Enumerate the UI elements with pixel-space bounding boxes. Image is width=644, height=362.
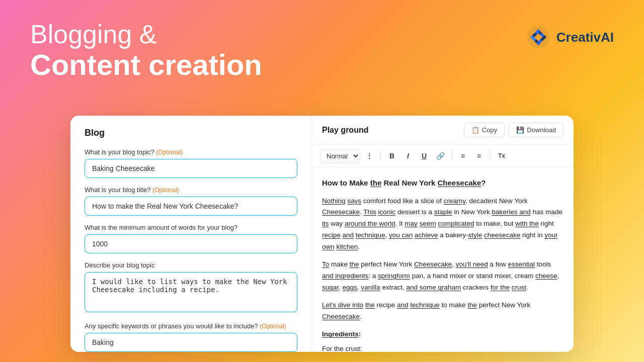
bold-button[interactable]: B bbox=[385, 149, 399, 163]
topic-input[interactable] bbox=[85, 159, 297, 178]
toolbar-divider-3 bbox=[490, 151, 491, 161]
blog-title-label: What is your blog title? (Optional) bbox=[85, 186, 297, 194]
toolbar-divider-2 bbox=[451, 151, 452, 161]
crust-title: For the crust: bbox=[322, 343, 564, 352]
download-button[interactable]: 💾 Download bbox=[509, 123, 564, 137]
content-heading: How to Make the Real New York Cheesecake… bbox=[322, 176, 564, 190]
creativai-logo-icon bbox=[526, 25, 550, 49]
keywords-input[interactable] bbox=[85, 333, 297, 352]
underline-button[interactable]: U bbox=[417, 149, 431, 163]
header-line1: Blogging & bbox=[30, 20, 262, 49]
italic-button[interactable]: I bbox=[401, 149, 415, 163]
describe-group: Describe your blog topic bbox=[85, 261, 297, 314]
toolbar-divider-1 bbox=[380, 151, 381, 161]
link-button[interactable]: 🔗 bbox=[433, 149, 447, 163]
header-line2: Content creation bbox=[30, 49, 262, 81]
format-select[interactable]: Normal bbox=[320, 149, 360, 163]
playground-header: Play ground 📋 Copy 💾 Download bbox=[312, 116, 574, 145]
logo-area: CreativAI bbox=[526, 25, 614, 49]
ingredients-title: Ingredients: bbox=[322, 329, 564, 340]
unordered-list-button[interactable]: ≡ bbox=[472, 149, 486, 163]
copy-button[interactable]: 📋 Copy bbox=[464, 123, 505, 137]
header: Blogging & Content creation CreativAI bbox=[0, 0, 644, 91]
right-panel: Play ground 📋 Copy 💾 Download Normal ⋮ B… bbox=[312, 116, 574, 352]
min-words-input[interactable] bbox=[85, 234, 297, 253]
ingredients-section: Ingredients: For the crust: - 2 cups gra… bbox=[322, 329, 564, 352]
left-panel: Blog What is your blog topic? (Optional)… bbox=[70, 116, 312, 352]
keywords-label: Any specific keywords or phrases you wou… bbox=[85, 322, 297, 330]
blog-title-group: What is your blog title? (Optional) bbox=[85, 186, 297, 216]
playground-title: Play ground bbox=[322, 126, 368, 135]
logo-text: CreativAI bbox=[556, 30, 614, 45]
playground-actions: 📋 Copy 💾 Download bbox=[464, 123, 564, 137]
blog-title-input[interactable] bbox=[85, 197, 297, 216]
editor-toolbar: Normal ⋮ B I U 🔗 ≡ ≡ Tx bbox=[312, 145, 574, 167]
content-para2: To make the perfect New York Cheesecake,… bbox=[322, 259, 564, 294]
keywords-group: Any specific keywords or phrases you wou… bbox=[85, 322, 297, 352]
content-para3: Let's dive into the recipe and technique… bbox=[322, 300, 564, 323]
header-title: Blogging & Content creation bbox=[30, 20, 262, 81]
describe-textarea[interactable] bbox=[85, 272, 297, 312]
left-panel-title: Blog bbox=[85, 128, 297, 138]
download-icon: 💾 bbox=[516, 126, 524, 134]
clear-format-button[interactable]: Tx bbox=[495, 149, 509, 163]
describe-label: Describe your blog topic bbox=[85, 261, 297, 269]
min-words-label: What is the minimum amount of words for … bbox=[85, 224, 297, 231]
toolbar-more-btn[interactable]: ⋮ bbox=[362, 149, 376, 163]
main-card: Blog What is your blog topic? (Optional)… bbox=[70, 116, 574, 352]
copy-icon: 📋 bbox=[471, 126, 479, 134]
ordered-list-button[interactable]: ≡ bbox=[456, 149, 470, 163]
crust-section: For the crust: - 2 cups graham cracker c… bbox=[322, 343, 564, 352]
content-para1: Nothing says comfort food like a slice o… bbox=[322, 196, 564, 253]
topic-group: What is your blog topic? (Optional) bbox=[85, 148, 297, 178]
topic-label: What is your blog topic? (Optional) bbox=[85, 148, 297, 156]
min-words-group: What is the minimum amount of words for … bbox=[85, 224, 297, 253]
content-area[interactable]: How to Make the Real New York Cheesecake… bbox=[312, 167, 574, 352]
